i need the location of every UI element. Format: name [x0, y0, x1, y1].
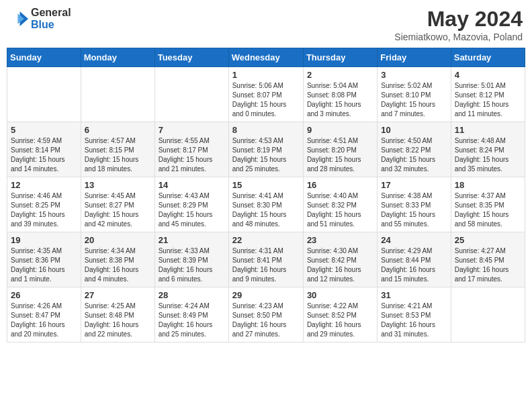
day-info: Sunrise: 4:21 AM Sunset: 8:53 PM Dayligh…	[381, 302, 447, 339]
day-number: 20	[85, 235, 151, 245]
day-info: Sunrise: 4:25 AM Sunset: 8:48 PM Dayligh…	[85, 302, 151, 339]
day-number: 29	[232, 290, 300, 300]
day-number: 27	[85, 290, 151, 300]
calendar-cell: 7Sunrise: 4:55 AM Sunset: 8:17 PM Daylig…	[154, 122, 228, 177]
calendar-cell: 11Sunrise: 4:48 AM Sunset: 8:24 PM Dayli…	[451, 122, 525, 177]
calendar-cell: 14Sunrise: 4:43 AM Sunset: 8:29 PM Dayli…	[154, 177, 228, 232]
day-info: Sunrise: 4:55 AM Sunset: 8:17 PM Dayligh…	[159, 136, 225, 174]
calendar-cell: 2Sunrise: 5:04 AM Sunset: 8:08 PM Daylig…	[303, 67, 377, 122]
day-number: 5	[11, 125, 77, 135]
calendar-table: SundayMondayTuesdayWednesdayThursdayFrid…	[7, 48, 525, 342]
calendar-cell: 29Sunrise: 4:23 AM Sunset: 8:50 PM Dayli…	[228, 287, 303, 342]
calendar-cell: 5Sunrise: 4:59 AM Sunset: 8:14 PM Daylig…	[7, 122, 81, 177]
day-number: 23	[307, 235, 373, 245]
calendar-week-4: 19Sunrise: 4:35 AM Sunset: 8:36 PM Dayli…	[7, 232, 525, 287]
day-number: 11	[455, 125, 521, 135]
day-info: Sunrise: 5:04 AM Sunset: 8:08 PM Dayligh…	[307, 81, 373, 119]
day-info: Sunrise: 4:38 AM Sunset: 8:33 PM Dayligh…	[381, 191, 447, 229]
calendar-cell	[154, 67, 228, 122]
day-info: Sunrise: 4:51 AM Sunset: 8:20 PM Dayligh…	[307, 136, 373, 174]
calendar-cell: 19Sunrise: 4:35 AM Sunset: 8:36 PM Dayli…	[7, 232, 81, 287]
day-info: Sunrise: 4:48 AM Sunset: 8:24 PM Dayligh…	[455, 136, 521, 174]
day-info: Sunrise: 4:30 AM Sunset: 8:42 PM Dayligh…	[307, 246, 373, 284]
page-header: General Blue May 2024 Siemiatkowo, Mazov…	[7, 7, 525, 42]
day-info: Sunrise: 4:31 AM Sunset: 8:41 PM Dayligh…	[232, 246, 300, 284]
weekday-header-friday: Friday	[378, 48, 451, 67]
calendar-cell: 12Sunrise: 4:46 AM Sunset: 8:25 PM Dayli…	[7, 177, 81, 232]
day-number: 1	[232, 70, 300, 80]
day-number: 17	[381, 180, 447, 190]
weekday-header-monday: Monday	[81, 48, 154, 67]
calendar-cell: 24Sunrise: 4:29 AM Sunset: 8:44 PM Dayli…	[378, 232, 451, 287]
logo-blue-text: Blue	[31, 19, 71, 31]
day-number: 2	[307, 70, 373, 80]
calendar-cell: 31Sunrise: 4:21 AM Sunset: 8:53 PM Dayli…	[378, 287, 451, 342]
day-number: 4	[455, 70, 521, 80]
calendar-cell: 30Sunrise: 4:22 AM Sunset: 8:52 PM Dayli…	[303, 287, 377, 342]
calendar-cell: 28Sunrise: 4:24 AM Sunset: 8:49 PM Dayli…	[154, 287, 228, 342]
day-info: Sunrise: 4:22 AM Sunset: 8:52 PM Dayligh…	[307, 302, 373, 339]
day-number: 26	[11, 290, 77, 300]
calendar-cell: 18Sunrise: 4:37 AM Sunset: 8:35 PM Dayli…	[451, 177, 525, 232]
day-number: 21	[159, 235, 225, 245]
day-info: Sunrise: 4:43 AM Sunset: 8:29 PM Dayligh…	[159, 191, 225, 229]
day-info: Sunrise: 4:46 AM Sunset: 8:25 PM Dayligh…	[11, 191, 77, 229]
calendar-cell: 10Sunrise: 4:50 AM Sunset: 8:22 PM Dayli…	[378, 122, 451, 177]
calendar-week-2: 5Sunrise: 4:59 AM Sunset: 8:14 PM Daylig…	[7, 122, 525, 177]
day-info: Sunrise: 4:35 AM Sunset: 8:36 PM Dayligh…	[11, 246, 77, 284]
day-number: 19	[11, 235, 77, 245]
day-number: 22	[232, 235, 300, 245]
logo-icon	[9, 9, 28, 28]
location: Siemiatkowo, Mazovia, Poland	[394, 32, 523, 42]
day-number: 15	[232, 180, 300, 190]
calendar-week-3: 12Sunrise: 4:46 AM Sunset: 8:25 PM Dayli…	[7, 177, 525, 232]
day-info: Sunrise: 4:41 AM Sunset: 8:30 PM Dayligh…	[232, 191, 300, 229]
logo-general-text: General	[31, 7, 71, 19]
day-info: Sunrise: 4:57 AM Sunset: 8:15 PM Dayligh…	[85, 136, 151, 174]
calendar-cell	[7, 67, 81, 122]
day-number: 31	[381, 290, 447, 300]
weekday-header-tuesday: Tuesday	[154, 48, 228, 67]
day-info: Sunrise: 5:02 AM Sunset: 8:10 PM Dayligh…	[381, 81, 447, 119]
title-block: May 2024 Siemiatkowo, Mazovia, Poland	[394, 7, 523, 42]
calendar-cell: 23Sunrise: 4:30 AM Sunset: 8:42 PM Dayli…	[303, 232, 377, 287]
calendar-cell: 17Sunrise: 4:38 AM Sunset: 8:33 PM Dayli…	[378, 177, 451, 232]
weekday-header-wednesday: Wednesday	[228, 48, 303, 67]
calendar-cell: 20Sunrise: 4:34 AM Sunset: 8:38 PM Dayli…	[81, 232, 154, 287]
day-info: Sunrise: 5:06 AM Sunset: 8:07 PM Dayligh…	[232, 81, 300, 119]
day-info: Sunrise: 4:29 AM Sunset: 8:44 PM Dayligh…	[381, 246, 447, 284]
calendar-cell: 15Sunrise: 4:41 AM Sunset: 8:30 PM Dayli…	[228, 177, 303, 232]
day-number: 24	[381, 235, 447, 245]
calendar-cell: 9Sunrise: 4:51 AM Sunset: 8:20 PM Daylig…	[303, 122, 377, 177]
day-info: Sunrise: 4:40 AM Sunset: 8:32 PM Dayligh…	[307, 191, 373, 229]
calendar-cell: 25Sunrise: 4:27 AM Sunset: 8:45 PM Dayli…	[451, 232, 525, 287]
calendar-cell: 4Sunrise: 5:01 AM Sunset: 8:12 PM Daylig…	[451, 67, 525, 122]
day-info: Sunrise: 4:45 AM Sunset: 8:27 PM Dayligh…	[85, 191, 151, 229]
day-number: 9	[307, 125, 373, 135]
day-number: 13	[85, 180, 151, 190]
day-number: 25	[455, 235, 521, 245]
day-info: Sunrise: 4:33 AM Sunset: 8:39 PM Dayligh…	[159, 246, 225, 284]
day-number: 3	[381, 70, 447, 80]
day-info: Sunrise: 4:24 AM Sunset: 8:49 PM Dayligh…	[159, 302, 225, 339]
calendar-cell: 3Sunrise: 5:02 AM Sunset: 8:10 PM Daylig…	[378, 67, 451, 122]
logo-text: General Blue	[31, 7, 71, 30]
day-info: Sunrise: 4:27 AM Sunset: 8:45 PM Dayligh…	[455, 246, 521, 284]
calendar-cell: 13Sunrise: 4:45 AM Sunset: 8:27 PM Dayli…	[81, 177, 154, 232]
calendar-cell: 16Sunrise: 4:40 AM Sunset: 8:32 PM Dayli…	[303, 177, 377, 232]
day-number: 7	[159, 125, 225, 135]
day-number: 12	[11, 180, 77, 190]
day-number: 6	[85, 125, 151, 135]
day-info: Sunrise: 4:53 AM Sunset: 8:19 PM Dayligh…	[232, 136, 300, 174]
day-number: 10	[381, 125, 447, 135]
weekday-header-row: SundayMondayTuesdayWednesdayThursdayFrid…	[7, 48, 525, 67]
calendar-cell: 21Sunrise: 4:33 AM Sunset: 8:39 PM Dayli…	[154, 232, 228, 287]
day-number: 8	[232, 125, 300, 135]
calendar-cell: 6Sunrise: 4:57 AM Sunset: 8:15 PM Daylig…	[81, 122, 154, 177]
day-number: 30	[307, 290, 373, 300]
logo: General Blue	[9, 7, 71, 30]
day-info: Sunrise: 4:59 AM Sunset: 8:14 PM Dayligh…	[11, 136, 77, 174]
calendar-cell: 27Sunrise: 4:25 AM Sunset: 8:48 PM Dayli…	[81, 287, 154, 342]
weekday-header-saturday: Saturday	[451, 48, 525, 67]
day-info: Sunrise: 4:37 AM Sunset: 8:35 PM Dayligh…	[455, 191, 521, 229]
